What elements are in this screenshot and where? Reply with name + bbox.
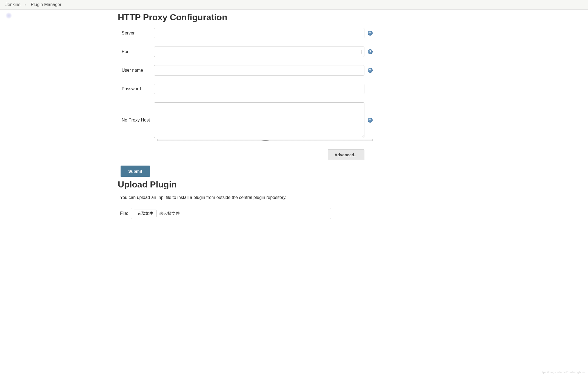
help-icon[interactable]: ? (368, 49, 373, 54)
breadcrumb-item-jenkins[interactable]: Jenkins (5, 2, 20, 7)
chevron-right-icon: ▸ (25, 3, 26, 7)
resize-handle[interactable] (157, 139, 373, 141)
password-row: Password (118, 84, 373, 94)
spinner-down-icon[interactable]: ▼ (360, 52, 363, 54)
password-label: Password (118, 86, 151, 91)
advanced-row: Advanced... (118, 149, 373, 160)
number-spinner: ▲ ▼ (360, 50, 363, 54)
help-icon[interactable]: ? (368, 31, 373, 36)
server-input[interactable] (154, 28, 364, 38)
file-input-wrap[interactable]: 选取文件 未选择文件 (131, 208, 331, 219)
server-label: Server (118, 31, 151, 36)
file-status: 未选择文件 (159, 211, 180, 216)
sidebar (0, 10, 115, 229)
username-row: User name ? (118, 65, 373, 76)
spinner-up-icon[interactable]: ▲ (360, 50, 363, 52)
port-input[interactable] (154, 47, 364, 57)
main-content: HTTP Proxy Configuration Server ? Port ▲… (115, 10, 378, 229)
advanced-button[interactable]: Advanced... (328, 149, 364, 160)
port-row: Port ▲ ▼ ? (118, 47, 373, 57)
help-icon[interactable]: ? (368, 118, 373, 123)
file-row: File: 选取文件 未选择文件 (120, 208, 373, 219)
breadcrumb: Jenkins ▸ Plugin Manager (0, 0, 588, 10)
help-icon[interactable]: ? (368, 68, 373, 73)
upload-plugin-heading: Upload Plugin (118, 180, 373, 190)
upload-description: You can upload an .hpi file to install a… (120, 195, 373, 200)
noproxy-row: No Proxy Host ? (118, 102, 373, 138)
grip-icon (261, 140, 269, 141)
username-input[interactable] (154, 65, 364, 76)
noproxy-label: No Proxy Host (118, 118, 151, 123)
port-label: Port (118, 49, 151, 54)
port-input-wrap: ▲ ▼ (154, 47, 364, 57)
breadcrumb-item-plugin-manager[interactable]: Plugin Manager (31, 2, 61, 7)
submit-button[interactable]: Submit (121, 166, 150, 177)
server-row: Server ? (118, 28, 373, 38)
file-label: File: (120, 211, 128, 216)
username-label: User name (118, 68, 151, 73)
noproxy-textarea[interactable] (154, 102, 364, 138)
choose-file-button[interactable]: 选取文件 (134, 210, 156, 217)
sidebar-item[interactable] (5, 12, 110, 19)
proxy-config-heading: HTTP Proxy Configuration (118, 12, 373, 22)
gear-icon (5, 12, 12, 19)
password-input[interactable] (154, 84, 364, 94)
